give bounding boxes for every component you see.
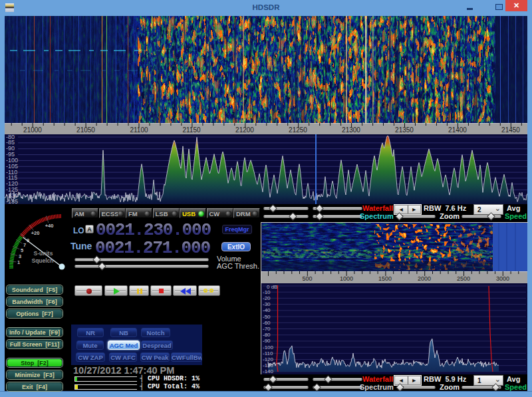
svg-text:21200: 21200	[235, 126, 254, 134]
svg-text:21450: 21450	[501, 126, 520, 134]
svg-text:-30: -30	[263, 301, 271, 307]
svg-text:-10: -10	[263, 289, 271, 295]
svg-text:-120: -120	[263, 356, 274, 362]
svg-text:-70: -70	[263, 326, 271, 332]
svg-text:1500: 1500	[378, 275, 392, 282]
svg-text:-110: -110	[263, 350, 273, 356]
svg-text:-140: -140	[263, 368, 274, 374]
svg-text:21300: 21300	[342, 126, 360, 134]
svg-text:-100: -100	[263, 344, 274, 350]
svg-text:21150: 21150	[182, 126, 201, 134]
svg-text:-20: -20	[263, 295, 271, 301]
svg-text:2500: 2500	[457, 275, 470, 282]
svg-text:1: 1	[17, 259, 20, 265]
svg-text:1000: 1000	[340, 275, 353, 282]
svg-text:21050: 21050	[76, 126, 95, 134]
svg-text:3000: 3000	[496, 275, 509, 282]
svg-text:21000: 21000	[23, 126, 42, 134]
svg-text:500: 500	[302, 275, 312, 282]
svg-text:Squelch: Squelch	[31, 257, 53, 264]
svg-text:-80: -80	[263, 332, 271, 338]
svg-text:-135: -135	[6, 198, 18, 204]
svg-text:S-units: S-units	[34, 250, 53, 257]
svg-text:3: 3	[19, 253, 21, 259]
svg-text:-50: -50	[263, 314, 271, 320]
svg-text:2000: 2000	[418, 275, 431, 282]
svg-text:+20: +20	[31, 230, 40, 236]
svg-text:21400: 21400	[448, 126, 467, 134]
svg-text:21250: 21250	[289, 126, 307, 134]
svg-text:-90: -90	[263, 338, 271, 344]
svg-text:-130: -130	[263, 362, 274, 368]
svg-text:+40: +40	[45, 223, 54, 229]
svg-text:7: 7	[23, 242, 26, 248]
svg-text:21350: 21350	[395, 126, 414, 134]
svg-text:21100: 21100	[130, 126, 148, 134]
svg-text:-40: -40	[263, 307, 271, 313]
svg-text:-60: -60	[263, 320, 271, 326]
svg-text:5: 5	[21, 247, 23, 253]
